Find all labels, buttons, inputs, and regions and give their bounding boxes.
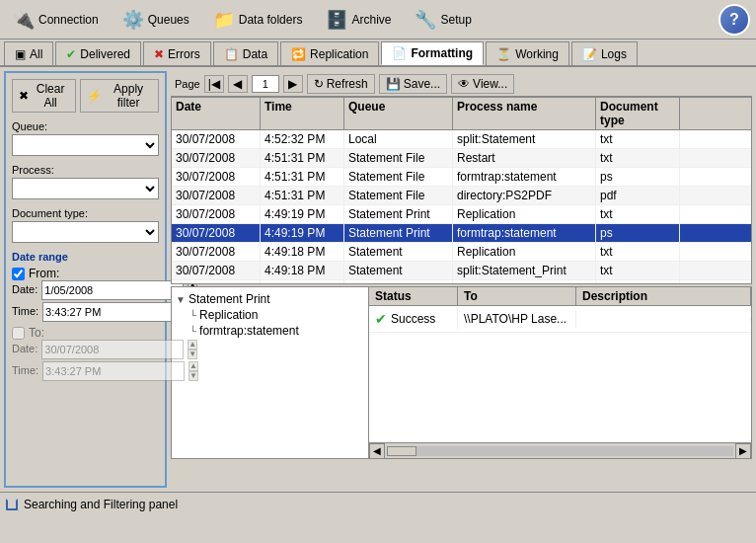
data-folders-button[interactable]: 📁 Data folders — [206, 6, 310, 34]
detail-header-status: Status — [369, 287, 458, 305]
tree-root-label: Statement Print — [189, 292, 270, 306]
grid-header: Date Time Queue Process name Document ty… — [172, 98, 751, 130]
all-icon: ▣ — [15, 47, 26, 61]
to-date-spinner: ▲ ▼ — [188, 340, 197, 359]
date-range-section: Date range From: Date: ▲ ▼ Time: — [12, 251, 159, 385]
cell-time: 4:51:31 PM — [261, 187, 344, 204]
to-date-up: ▲ — [188, 340, 197, 349]
view-button[interactable]: 👁 View... — [451, 74, 514, 94]
to-time-row: Time: ▲ ▼ — [12, 361, 159, 381]
from-time-label: Time: — [12, 305, 38, 317]
cell-queue: Statement Print — [344, 224, 453, 242]
hscroll-track[interactable] — [387, 446, 733, 456]
process-select[interactable] — [12, 178, 159, 199]
replication-icon: 🔁 — [291, 47, 306, 61]
setup-button[interactable]: 🔧 Setup — [408, 6, 478, 34]
cell-date: 30/07/2008 — [172, 168, 261, 186]
apply-filter-button[interactable]: ⚡ Apply filter — [80, 79, 159, 113]
tab-formatting[interactable]: 📄 Formatting — [381, 41, 484, 65]
from-time-input[interactable] — [42, 302, 185, 322]
tab-data[interactable]: 📋 Data — [213, 41, 278, 65]
table-row[interactable]: 30/07/2008 4:52:32 PM Local split:Statem… — [172, 130, 751, 149]
tree-child[interactable]: └ Replication — [176, 307, 364, 323]
cell-queue: Statement — [344, 262, 453, 279]
archive-button[interactable]: 🗄️ Archive — [319, 6, 398, 34]
cell-time: 4:49:19 PM — [261, 205, 344, 223]
tree-line-icon: └ — [189, 326, 196, 337]
help-button[interactable]: ? — [718, 4, 750, 36]
main-layout: ✖ Clear All ⚡ Apply filter Queue: Proces… — [0, 67, 756, 492]
tree-root[interactable]: ▼ Statement Print — [176, 291, 364, 307]
next-page-button[interactable]: ▶ — [283, 75, 303, 93]
tab-delivered[interactable]: ✔ Delivered — [55, 41, 141, 65]
to-time-down: ▼ — [189, 371, 198, 381]
horizontal-scrollbar[interactable]: ◀ ▶ — [369, 442, 751, 458]
from-checkbox[interactable] — [12, 268, 25, 280]
table-row[interactable]: 30/07/2008 4:51:31 PM Statement File dir… — [172, 187, 751, 205]
table-row[interactable]: 30/07/2008 4:49:16 PM Local User Interfa… — [172, 280, 751, 283]
data-folders-icon: 📁 — [213, 9, 235, 31]
cell-date: 30/07/2008 — [172, 149, 261, 167]
cell-doctype: txt — [596, 262, 680, 279]
to-checkbox[interactable] — [12, 327, 25, 340]
expand-icon: ▼ — [176, 294, 186, 305]
table-row[interactable]: 30/07/2008 4:51:31 PM Statement File Res… — [172, 149, 751, 168]
table-row[interactable]: 30/07/2008 4:49:19 PM Statement Print Re… — [172, 205, 751, 224]
clear-all-button[interactable]: ✖ Clear All — [12, 79, 76, 113]
errors-icon: ✖ — [154, 47, 164, 61]
to-checkbox-label: To: — [12, 326, 159, 340]
cell-process: Replication — [453, 243, 596, 261]
tab-all[interactable]: ▣ All — [4, 41, 53, 65]
to-date-label: Date: — [12, 343, 38, 354]
cell-doctype: txt — [596, 243, 680, 261]
detail-header-description: Description — [576, 287, 751, 305]
cell-doctype: ps — [596, 224, 680, 242]
tab-logs[interactable]: 📝 Logs — [571, 41, 638, 65]
cell-doctype: ps — [596, 168, 680, 186]
cell-time: 4:49:18 PM — [261, 243, 344, 261]
save-button[interactable]: 💾 Save... — [379, 74, 447, 94]
hscroll-left-arrow[interactable]: ◀ — [369, 443, 385, 459]
table-row[interactable]: 30/07/2008 4:49:18 PM Statement split:St… — [172, 262, 751, 280]
table-row[interactable]: 30/07/2008 4:49:19 PM Statement Print fo… — [172, 224, 751, 243]
hscroll-right-arrow[interactable]: ▶ — [735, 443, 751, 459]
doctype-select[interactable] — [12, 221, 159, 243]
tree-line-icon: └ — [189, 310, 196, 321]
detail-status-cell: ✔ Success — [369, 309, 458, 329]
doctype-group: Document type: — [12, 207, 159, 243]
cell-date: 30/07/2008 — [172, 224, 261, 242]
tab-errors[interactable]: ✖ Errors — [143, 41, 211, 65]
cell-process: formtrap:statement — [453, 168, 596, 186]
connection-button[interactable]: 🔌 Connection — [6, 6, 106, 34]
cell-date: 30/07/2008 — [172, 243, 261, 261]
hscroll-thumb[interactable] — [387, 446, 416, 456]
prev-page-button[interactable]: ◀ — [228, 75, 248, 93]
page-input[interactable] — [252, 75, 279, 93]
tab-replication[interactable]: 🔁 Replication — [280, 41, 379, 65]
tab-working[interactable]: ⏳ Working — [486, 41, 569, 65]
cell-process: Restart — [453, 149, 596, 167]
header-date: Date — [172, 98, 261, 129]
refresh-button[interactable]: ↻ Refresh — [307, 74, 375, 94]
tree-child[interactable]: └ formtrap:statement — [176, 323, 364, 339]
cell-queue: Statement File — [344, 187, 453, 204]
process-label: Process: — [12, 164, 159, 176]
cell-time: 4:49:16 PM — [261, 280, 344, 283]
queue-select[interactable] — [12, 134, 159, 156]
table-row[interactable]: 30/07/2008 4:49:18 PM Statement Replicat… — [172, 243, 751, 262]
detail-header: Status To Description — [369, 287, 751, 306]
status-bar: Searching and Filtering panel — [0, 492, 756, 515]
connection-icon: 🔌 — [13, 9, 35, 31]
queues-button[interactable]: ⚙️ Queues — [115, 6, 196, 34]
to-time-input — [42, 361, 185, 381]
data-icon: 📋 — [224, 47, 239, 61]
working-icon: ⏳ — [496, 47, 511, 61]
cell-process: Replication — [453, 205, 596, 223]
from-group: From: Date: ▲ ▼ Time: ▲ ▼ — [12, 267, 159, 322]
first-page-button[interactable]: |◀ — [204, 75, 224, 93]
cell-doctype: txt — [596, 205, 680, 223]
table-row[interactable]: 30/07/2008 4:51:31 PM Statement File for… — [172, 168, 751, 187]
cell-doctype: txt — [596, 149, 680, 167]
status-text: Searching and Filtering panel — [24, 498, 178, 511]
from-date-input[interactable] — [41, 280, 184, 300]
